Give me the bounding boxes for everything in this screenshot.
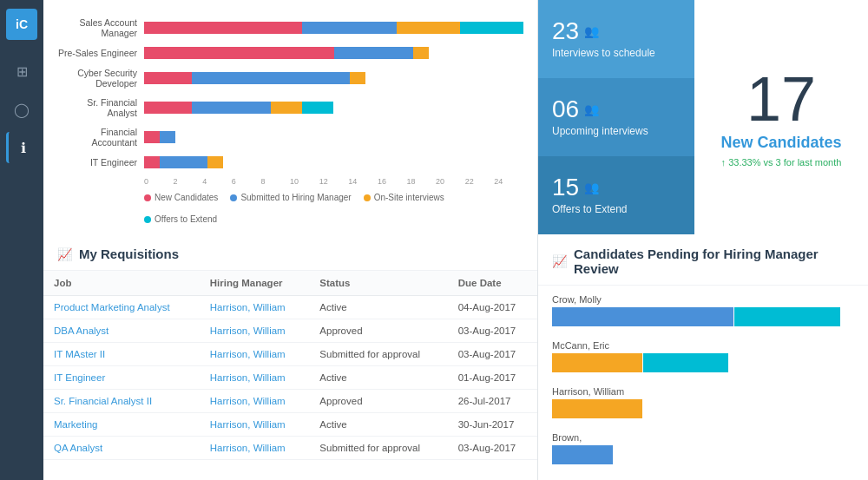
info-icon[interactable]: ℹ [6,132,37,163]
bar-segment-blue [192,72,350,84]
legend-item: New Candidates [144,193,218,202]
app-logo: iC [6,9,37,40]
job-link[interactable]: IT Engineer [43,366,200,390]
bar-label: Pre-Sales Engineer [57,48,144,58]
candidate-row: Harrison, William [552,386,854,418]
due-date-cell: 01-Aug-2017 [448,366,537,390]
manager-link[interactable]: Harrison, William [200,296,310,319]
candidate-name: Crow, Molly [552,294,854,305]
manager-link[interactable]: Harrison, William [200,413,310,437]
requisitions-table-container[interactable]: Job Hiring Manager Status Due Date Produ… [43,271,537,480]
bar-segment-red [144,156,160,168]
offers-to-extend-label: Offers to Extend [552,203,681,215]
candidate-bar-cyan [643,353,727,372]
manager-link[interactable]: Harrison, William [200,437,310,460]
bar-segment-yellow [271,102,302,114]
bottom-panel: 📈 My Requisitions Job Hiring Manager Sta… [43,234,868,480]
upcoming-interviews-number: 06 [552,97,579,122]
bar-segment-red [144,47,334,59]
candidates-title: 📈 Candidates Pending for Hiring Manager … [538,234,868,286]
candidate-bar-blue [552,445,613,464]
job-link[interactable]: QA Analyst [43,437,200,460]
legend-item: Submitted to Hiring Manager [230,193,351,202]
job-link[interactable]: Sr. Financial Analyst II [43,390,200,413]
table-row: IT MAster IIHarrison, WilliamSubmitted f… [43,343,537,366]
due-date-cell: 26-Jul-2017 [448,390,537,413]
legend-dot [364,194,371,201]
legend-label: Submitted to Hiring Manager [240,193,351,202]
candidate-bar-yellow [552,353,642,372]
candidates-chart: Crow, MollyMcCann, EricHarrison, William… [538,286,868,480]
chart-bar-row: Pre-Sales Engineer [57,47,523,59]
chart-bar-row: Cyber Security Developer [57,68,523,89]
requisitions-title: 📈 My Requisitions [43,234,537,271]
candidate-name: Harrison, William [552,386,854,397]
stats-panel: 23 👥 Interviews to schedule 06 👥 Upcomin… [538,0,868,234]
manager-link[interactable]: Harrison, William [200,319,310,343]
x-axis-tick: 22 [465,177,495,186]
top-panel: Sales Account ManagerPre-Sales EngineerC… [43,0,868,234]
candidate-bars [552,445,854,464]
due-date-cell: 03-Aug-2017 [448,343,537,366]
job-link[interactable]: IT MAster II [43,343,200,366]
bar-label: Financial Accountant [57,127,144,148]
bar-segment-blue [334,47,413,59]
home-icon[interactable]: ⊞ [6,56,37,87]
bar-segment-blue [160,131,175,143]
new-candidates-label: New Candidates [720,134,841,152]
manager-link[interactable]: Harrison, William [200,366,310,390]
job-link[interactable]: Marketing [43,413,200,437]
bar-segment-red [144,72,192,84]
manager-link[interactable]: Harrison, William [200,390,310,413]
x-axis-tick: 18 [406,177,436,186]
pipeline-chart-area: Sales Account ManagerPre-Sales EngineerC… [43,0,538,234]
bar-segment-red [144,131,160,143]
job-link[interactable]: Product Marketing Analyst [43,296,200,319]
bar-segment-yellow [350,72,365,84]
candidate-bar-cyan [734,307,840,326]
offers-to-extend-number: 15 [552,175,579,200]
bar-group [144,72,523,84]
status-cell: Active [309,413,447,437]
new-candidates-stat: 17 New Candidates ↑ 33.33% vs 3 for last… [694,0,868,234]
due-date-cell: 03-Aug-2017 [448,437,537,460]
due-date-cell: 04-Aug-2017 [448,296,537,319]
requisitions-table: Job Hiring Manager Status Due Date Produ… [43,271,537,460]
x-axis-tick: 6 [232,177,261,186]
legend-dot [144,216,151,223]
bar-group [144,47,523,59]
legend-item: On-Site interviews [364,193,444,202]
bar-segment-yellow [413,47,429,59]
bar-label: Cyber Security Developer [57,68,144,89]
manager-link[interactable]: Harrison, William [200,343,310,366]
candidate-row: McCann, Eric [552,340,854,372]
candidate-name: Brown, [552,432,854,443]
status-cell: Approved [309,319,447,343]
candidate-row: Brown, [552,432,854,464]
requisitions-chart-icon: 📈 [57,247,72,261]
interviews-to-schedule-number: 23 [552,19,579,43]
stats-cards: 23 👥 Interviews to schedule 06 👥 Upcomin… [538,0,694,234]
bar-segment-red [144,22,302,34]
col-job: Job [43,271,200,296]
main-content: Sales Account ManagerPre-Sales EngineerC… [43,0,868,480]
bar-label: IT Engineer [57,157,144,168]
table-row: DBA AnalystHarrison, WilliamApproved03-A… [43,319,537,343]
status-cell: Active [309,366,447,390]
x-axis-tick: 8 [260,177,290,186]
interviews-to-schedule-label: Interviews to schedule [552,47,681,59]
offers-to-extend-card: 15 👥 Offers to Extend [538,156,694,234]
bar-group [144,22,523,34]
status-cell: Submitted for approval [309,343,447,366]
chart-bar-row: Sales Account Manager [57,17,523,38]
job-link[interactable]: DBA Analyst [43,319,200,343]
interviews-to-schedule-card: 23 👥 Interviews to schedule [538,0,694,78]
bar-segment-red [144,102,192,114]
bar-label: Sr. Financial Analyst [57,97,144,118]
legend-label: On-Site interviews [374,193,444,202]
users-icon[interactable]: ◯ [6,94,37,125]
candidate-bars [552,353,854,372]
candidates-panel: 📈 Candidates Pending for Hiring Manager … [538,234,868,480]
status-cell: Submitted for approval [309,437,447,460]
candidate-name: McCann, Eric [552,340,854,351]
